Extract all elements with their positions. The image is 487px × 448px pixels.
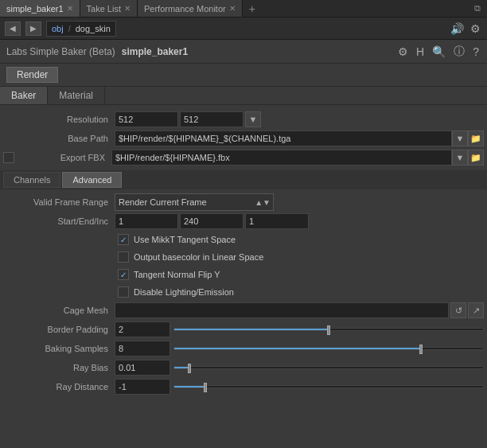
anchor-icon[interactable]: H [415, 45, 426, 59]
baking-samples-track[interactable] [173, 347, 484, 350]
checkbox-tangent-row: Tangent Normal Flip Y [0, 266, 487, 283]
export-fbx-checkbox[interactable] [3, 152, 16, 163]
sub-tab-advanced-label: Advanced [72, 175, 111, 185]
cage-back-icon[interactable]: ↺ [450, 302, 466, 318]
panel-tabs: Baker Material [0, 87, 487, 105]
linear-label: Output basecolor in Linear Space [134, 252, 263, 262]
linear-checkbox[interactable] [118, 251, 129, 263]
path-node-label: dog_skin [76, 24, 111, 33]
baking-samples-label: Baking Samples [3, 344, 115, 353]
baking-samples-fill [174, 348, 421, 349]
ray-distance-track[interactable] [173, 385, 484, 388]
checkbox-disable-lighting-row: Disable Lighting/Emission [0, 283, 487, 301]
resolution-label: Resolution [3, 115, 115, 124]
resolution-width-input[interactable] [115, 111, 178, 127]
cage-mesh-row: Cage Mesh ↺ ↗ [0, 301, 487, 320]
path-bar: ◀ ▶ obj / dog_skin 🔊 ⚙ [0, 18, 487, 40]
checkbox-linear-row: Output basecolor in Linear Space [0, 248, 487, 266]
baking-samples-row: Baking Samples [0, 339, 487, 358]
cage-mesh-label: Cage Mesh [3, 306, 115, 315]
border-padding-input[interactable] [115, 321, 170, 337]
base-path-dropdown-icon[interactable]: ▼ [452, 131, 468, 146]
resolution-height-input[interactable] [180, 111, 243, 127]
title-right-icons: ⚙ H 🔍 ⓘ ? [396, 45, 481, 59]
mikkт-label: Use MikkT Tangent Space [134, 235, 236, 244]
path-right-icons: 🔊 ⚙ [449, 22, 482, 35]
path-field[interactable]: obj / dog_skin [46, 21, 116, 37]
search-icon[interactable]: 🔍 [431, 45, 447, 59]
tab-baker[interactable]: Baker [0, 87, 48, 104]
base-path-folder-icon[interactable]: 📁 [468, 131, 484, 146]
border-padding-label: Border Padding [3, 325, 115, 334]
tab-take-list-close[interactable]: ✕ [124, 4, 131, 13]
ray-distance-label: Ray Distance [3, 382, 115, 392]
export-fbx-dropdown-icon[interactable]: ▼ [452, 150, 468, 166]
tab-add-button[interactable]: + [243, 2, 262, 15]
path-obj-label: obj [52, 24, 64, 33]
ray-distance-input[interactable] [115, 379, 170, 395]
ray-bias-label: Ray Bias [3, 363, 115, 372]
render-section: Render [0, 64, 487, 87]
disable-lighting-checkbox[interactable] [118, 286, 129, 298]
export-fbx-folder-icon[interactable]: 📁 [468, 150, 484, 166]
render-button[interactable]: Render [6, 67, 58, 83]
cage-mesh-input[interactable] [115, 302, 449, 318]
export-fbx-input[interactable] [111, 150, 452, 166]
tangent-label: Tangent Normal Flip Y [134, 270, 220, 279]
valid-frame-range-select[interactable]: Render Current Frame [115, 193, 274, 211]
tab-take-list-label: Take List [87, 4, 121, 14]
cage-icons: ↺ ↗ [450, 302, 484, 318]
end-input[interactable] [180, 213, 243, 229]
ray-bias-input[interactable] [115, 360, 170, 376]
help-icon[interactable]: ? [471, 45, 481, 59]
back-button[interactable]: ◀ [5, 21, 21, 36]
tangent-checkbox[interactable] [118, 269, 129, 280]
mikkт-checkbox[interactable] [118, 234, 129, 245]
border-padding-thumb[interactable] [327, 325, 330, 335]
baking-samples-input[interactable] [115, 341, 170, 356]
border-padding-track[interactable] [173, 328, 484, 331]
disable-lighting-label: Disable Lighting/Emission [134, 287, 234, 297]
base-path-label: Base Path [3, 134, 115, 143]
tab-performance-monitor[interactable]: Performance Monitor ✕ [138, 0, 243, 17]
title-bar: Labs Simple Baker (Beta) simple_baker1 ⚙… [0, 40, 487, 64]
baking-samples-thumb[interactable] [419, 345, 423, 354]
sub-tabs: Channels Advanced [0, 170, 487, 189]
base-path-row: Base Path ▼ 📁 [0, 129, 487, 148]
sub-tab-channels[interactable]: Channels [3, 172, 60, 188]
tab-performance-monitor-close[interactable]: ✕ [229, 4, 236, 13]
gear-icon[interactable]: ⚙ [396, 45, 410, 59]
checkbox-mikkт-row: Use MikkT Tangent Space [0, 231, 487, 248]
ray-bias-thumb[interactable] [188, 364, 191, 373]
start-end-inc-row: Start/End/Inc [0, 212, 487, 231]
resolution-expand-icon[interactable]: ▼ [245, 111, 261, 127]
tab-baker-label: Baker [11, 90, 36, 101]
sub-tab-advanced[interactable]: Advanced [62, 172, 122, 188]
speaker-icon[interactable]: 🔊 [449, 22, 466, 35]
export-fbx-row: Export FBX ▼ 📁 [0, 148, 487, 167]
export-fbx-cb[interactable] [3, 152, 14, 163]
ray-bias-track[interactable] [173, 366, 484, 369]
tab-take-list[interactable]: Take List ✕ [80, 0, 138, 17]
tab-material[interactable]: Material [48, 87, 105, 104]
base-path-input[interactable] [115, 131, 452, 146]
cage-forward-icon[interactable]: ↗ [468, 302, 484, 318]
tab-simple-baker-close[interactable]: ✕ [67, 4, 73, 13]
ray-distance-fill [174, 386, 205, 388]
settings-icon[interactable]: ⚙ [469, 22, 482, 35]
border-padding-fill [174, 329, 329, 330]
start-input[interactable] [115, 213, 178, 229]
valid-frame-range-wrapper: Render Current Frame ▲▼ [115, 193, 274, 211]
forward-button[interactable]: ▶ [25, 21, 41, 36]
tab-bar-right: ⧉ [471, 3, 487, 14]
info-icon[interactable]: ⓘ [452, 45, 466, 59]
tab-simple-baker[interactable]: simple_baker1 ✕ [0, 0, 80, 17]
sub-tab-channels-label: Channels [14, 175, 50, 185]
border-padding-row: Border Padding [0, 320, 487, 339]
node-name: simple_baker1 [122, 46, 188, 57]
content: Resolution ▼ Base Path ▼ 📁 Export FBX ▼ … [0, 105, 487, 401]
resolution-row: Resolution ▼ [0, 110, 487, 129]
ray-distance-thumb[interactable] [204, 383, 207, 392]
inc-input[interactable] [245, 213, 309, 229]
tab-simple-baker-label: simple_baker1 [6, 4, 64, 14]
